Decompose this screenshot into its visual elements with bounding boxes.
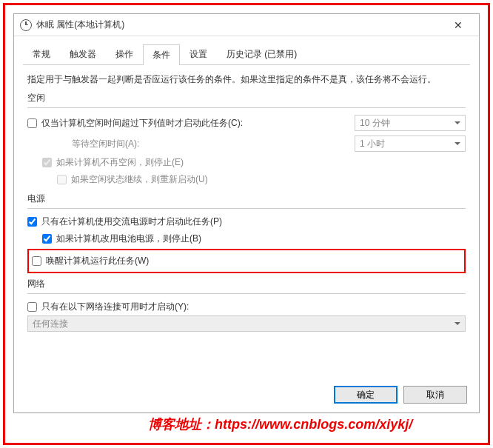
wake-highlight: 唤醒计算机运行此任务(W) <box>27 249 466 273</box>
idle-start-row: 仅当计算机空闲时间超过下列值时才启动此任务(C): 10 分钟 <box>27 113 466 133</box>
dialog-buttons: 确定 取消 <box>334 386 467 404</box>
idle-start-label: 仅当计算机空闲时间超过下列值时才启动此任务(C): <box>41 117 355 130</box>
divider <box>27 107 466 108</box>
idle-restart-row: 如果空闲状态继续，则重新启动(U) <box>27 171 466 188</box>
idle-title: 空闲 <box>27 90 466 106</box>
ok-button[interactable]: 确定 <box>334 386 398 404</box>
network-only-label: 只有在以下网络连接可用时才启动(Y): <box>41 301 466 313</box>
titlebar: 休眠 属性(本地计算机) ✕ <box>14 14 479 36</box>
tab-bar: 常规 触发器 操作 条件 设置 历史记录 (已禁用) <box>23 44 470 65</box>
idle-duration-select[interactable]: 10 分钟 <box>355 115 466 131</box>
tab-general[interactable]: 常规 <box>23 44 60 64</box>
tab-content: 指定用于与触发器一起判断是否应运行该任务的条件。如果这里指定的条件不是真，该任务… <box>14 65 479 342</box>
power-ac-label: 只有在计算机使用交流电源时才启动此任务(P) <box>41 215 466 228</box>
idle-wait-label: 等待空闲时间(A): <box>42 138 355 150</box>
idle-stop-checkbox <box>42 158 52 167</box>
idle-start-checkbox[interactable] <box>27 118 37 128</box>
power-battery-row: 如果计算机改用电池电源，则停止(B) <box>27 230 466 247</box>
power-title: 电源 <box>27 191 466 207</box>
tab-settings[interactable]: 设置 <box>180 44 217 64</box>
idle-wait-row: 等待空闲时间(A): 1 小时 <box>27 133 466 154</box>
window-title: 休眠 属性(本地计算机) <box>36 19 443 31</box>
watermark-text: 博客地址：https://www.cnblogs.com/xiykj/ <box>148 415 412 433</box>
tab-conditions[interactable]: 条件 <box>143 44 180 65</box>
power-battery-label: 如果计算机改用电池电源，则停止(B) <box>56 233 466 245</box>
power-wake-checkbox[interactable] <box>32 256 41 266</box>
tab-history[interactable]: 历史记录 (已禁用) <box>217 44 306 64</box>
close-icon[interactable]: ✕ <box>443 19 473 31</box>
divider <box>27 293 466 294</box>
tab-triggers[interactable]: 触发器 <box>60 44 106 64</box>
clock-icon <box>20 19 32 31</box>
power-section: 电源 只有在计算机使用交流电源时才启动此任务(P) 如果计算机改用电池电源，则停… <box>27 191 466 273</box>
idle-stop-row: 如果计算机不再空闲，则停止(E) <box>27 154 466 171</box>
properties-dialog: 休眠 属性(本地计算机) ✕ 常规 触发器 操作 条件 设置 历史记录 (已禁用… <box>13 13 480 413</box>
power-ac-row: 只有在计算机使用交流电源时才启动此任务(P) <box>27 213 466 230</box>
divider <box>27 208 466 209</box>
description-text: 指定用于与触发器一起判断是否应运行该任务的条件。如果这里指定的条件不是真，该任务… <box>27 73 466 86</box>
power-wake-label: 唤醒计算机运行此任务(W) <box>46 255 461 267</box>
network-only-row: 只有在以下网络连接可用时才启动(Y): <box>27 298 466 315</box>
network-only-checkbox[interactable] <box>27 302 37 312</box>
power-battery-checkbox[interactable] <box>42 234 52 244</box>
power-ac-checkbox[interactable] <box>27 217 37 227</box>
network-section: 网络 只有在以下网络连接可用时才启动(Y): 任何连接 <box>27 276 466 332</box>
idle-restart-label: 如果空闲状态继续，则重新启动(U) <box>71 173 466 186</box>
idle-section: 空闲 仅当计算机空闲时间超过下列值时才启动此任务(C): 10 分钟 等待空闲时… <box>27 90 466 188</box>
network-title: 网络 <box>27 276 466 292</box>
tab-actions[interactable]: 操作 <box>106 44 143 64</box>
idle-stop-label: 如果计算机不再空闲，则停止(E) <box>56 156 466 169</box>
idle-restart-checkbox <box>57 175 67 184</box>
cancel-button[interactable]: 取消 <box>403 386 467 404</box>
idle-wait-select: 1 小时 <box>355 136 466 152</box>
power-wake-row: 唤醒计算机运行此任务(W) <box>32 253 461 270</box>
network-connection-select: 任何连接 <box>27 315 466 332</box>
